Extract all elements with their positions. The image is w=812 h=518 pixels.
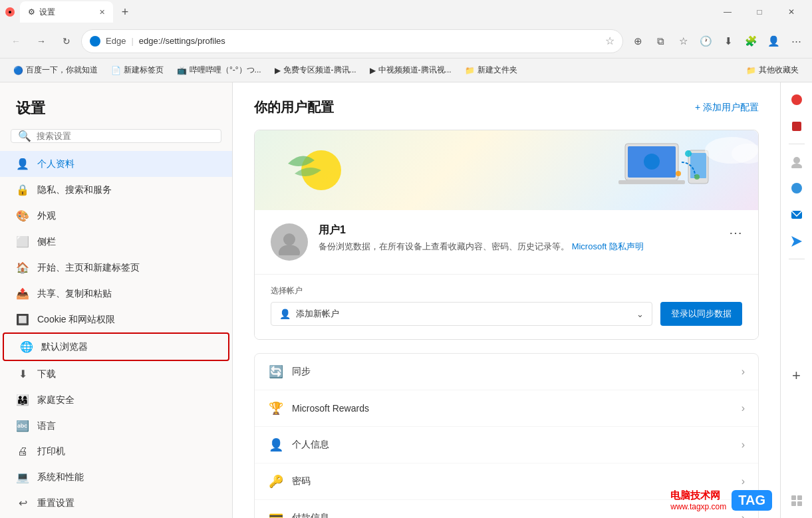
back-button[interactable]: ← [5,31,27,52]
account-section: 选择帐户 👤 添加新帐户 ⌄ 登录以同步数据 [255,274,758,339]
edge-logo-icon [90,36,100,47]
sidebar-item-family-safety[interactable]: 👨‍👩‍👧 家庭安全 [0,387,232,413]
svg-rect-22 [797,495,802,500]
svg-point-14 [791,94,802,105]
rs-outlook-button[interactable] [785,203,809,227]
rewards-row-arrow: › [742,402,745,414]
downloads-button[interactable]: ⬇ [718,31,739,52]
sync-row[interactable]: 🔄 同步 › [255,354,758,390]
privacy-policy-link[interactable]: Microsoft 隐私声明 [572,241,644,251]
forward-button[interactable]: → [31,31,52,52]
sidebar-item-system[interactable]: 💻 系统和性能 [0,464,232,490]
rs-edge-button[interactable] [785,176,809,200]
bookmark-new-folder[interactable]: 📁 新建文件夹 [460,63,523,77]
rewards-row[interactable]: 🏆 Microsoft Rewards › [255,390,758,427]
passwords-row-arrow: › [742,475,745,487]
personal-info-row-arrow: › [742,439,745,451]
sidebar-item-privacy[interactable]: 🔒 隐私、搜索和服务 [0,177,232,203]
maximize-button[interactable]: □ [744,0,775,24]
refresh-button[interactable]: ↻ [56,31,77,52]
navbar: ← → ↻ Edge | edge://settings/profiles ☆ … [0,24,812,59]
bookmark-tencent1[interactable]: ▶ 免费专区频道-腾讯... [269,63,362,77]
edge-label: Edge [106,36,126,46]
sidebar-item-language[interactable]: 🔤 语言 [0,413,232,439]
sidebar-item-printer[interactable]: 🖨 打印机 [0,439,232,464]
reset-nav-label: 重置设置 [37,497,74,509]
payment-row-arrow: › [742,512,745,518]
svg-point-12 [283,233,295,245]
privacy-nav-icon: 🔒 [16,184,29,196]
collections-button[interactable]: ⊕ [627,31,648,52]
bookmark-bilibili[interactable]: 📺 哔哩哔哩（°-°）つ... [172,63,267,77]
content-title: 你的用户配置 [254,98,334,116]
rs-settings-button[interactable] [785,489,809,513]
family-safety-nav-label: 家庭安全 [37,394,74,406]
search-input[interactable] [37,131,214,141]
add-profile-button[interactable]: + 添加用户配置 [695,102,759,114]
bookmark-tencent2[interactable]: ▶ 中视频频道-腾讯视... [364,63,457,77]
rs-profile-button[interactable] [785,150,809,174]
sidebar-item-sidebar[interactable]: ⬜ 侧栏 [0,229,232,255]
more-bookmarks-label: 其他收藏夹 [759,65,799,76]
history-button[interactable]: 🕐 [695,31,716,52]
svg-point-17 [791,164,802,168]
sidebar-item-cookies[interactable]: 🔲 Cookie 和网站权限 [0,307,232,332]
sync-button[interactable]: 登录以同步数据 [660,302,742,326]
sidebar-item-profile[interactable]: 👤 个人资料 [0,151,232,177]
rewards-row-label: Microsoft Rewards [292,403,734,414]
rs-add-button[interactable]: + [785,364,809,388]
split-view-button[interactable]: ⧉ [650,31,671,52]
folder-label: 新建文件夹 [477,65,517,76]
rs-send-button[interactable] [785,229,809,253]
window-close-button[interactable]: ✕ [776,0,807,24]
tab-close-button[interactable]: ✕ [99,8,105,17]
tencent1-label: 免费专区频道-腾讯... [283,65,356,76]
tencent2-label: 中视频频道-腾讯视... [378,65,452,76]
search-icon: 🔍 [18,130,31,142]
profile-card: 用户1 备份浏览数据，在所有设备上查看收藏内容、密码、历史记录等。 Micros… [254,130,759,340]
sidebar-nav-label: 侧栏 [37,236,56,248]
sidebar-item-appearance[interactable]: 🎨 外观 [0,203,232,229]
bookmarks-more-button[interactable]: 📁 其他收藏夹 [741,63,804,77]
sidebar-item-share[interactable]: 📤 共享、复制和粘贴 [0,281,232,307]
traffic-lights: ● [5,7,15,17]
sidebar-item-default-browser[interactable]: 🌐 默认浏览器 [3,332,229,361]
personal-info-row[interactable]: 👤 个人信息 › [255,427,758,463]
sidebar-item-reset[interactable]: ↩ 重置设置 [0,490,232,516]
profile-more-button[interactable]: ⋯ [729,225,742,241]
sync-row-icon: 🔄 [268,364,284,379]
bookmark-baidu[interactable]: 🔵 百度一下，你就知道 [8,63,103,77]
settings-sidebar: 设置 🔍 👤 个人资料 🔒 隐私、搜索和服务 🎨 外观 ⬜ 侧栏 🏠 开始、主页… [0,82,233,518]
sidebar-item-start[interactable]: 🏠 开始、主页和新建标签页 [0,255,232,281]
account-select[interactable]: 👤 添加新帐户 ⌄ [271,302,652,326]
tencent2-icon: ▶ [370,66,376,75]
profile-button[interactable]: 👤 [763,31,784,52]
svg-rect-23 [791,501,796,506]
passwords-row-label: 密码 [292,475,734,487]
share-nav-icon: 📤 [16,287,29,300]
sync-row-label: 同步 [292,366,734,378]
new-tab-button[interactable]: + [116,3,134,21]
address-bar[interactable]: Edge | edge://settings/profiles ☆ [81,29,623,53]
rs-tools-button[interactable] [785,114,809,138]
active-tab[interactable]: ⚙ 设置 ✕ [20,1,113,23]
minimize-button[interactable]: — [712,0,743,24]
rs-favorites-button[interactable] [785,88,809,112]
extensions-button[interactable]: 🧩 [740,31,761,52]
sidebar-title: 设置 [0,82,232,129]
payment-row-label: 付款信息 [292,512,734,518]
bookmark-newtab[interactable]: 📄 新建标签页 [106,63,169,77]
close-traffic-light[interactable]: ● [5,7,15,17]
newtab-label: 新建标签页 [124,65,164,76]
search-box[interactable]: 🔍 [11,129,221,143]
profile-description: 备份浏览数据，在所有设备上查看收藏内容、密码、历史记录等。 Microsoft … [319,240,718,253]
favorites-button[interactable]: ☆ [672,31,694,52]
main-content: 你的用户配置 + 添加用户配置 [233,82,780,518]
personal-info-row-label: 个人信息 [292,439,734,451]
settings-more-button[interactable]: ⋯ [785,31,807,52]
sidebar-item-downloads[interactable]: ⬇ 下载 [0,361,232,387]
system-nav-label: 系统和性能 [37,471,84,483]
profile-details: 用户1 备份浏览数据，在所有设备上查看收藏内容、密码、历史记录等。 Micros… [319,223,718,253]
watermark: 电脑技术网 www.tagxp.com TAG [670,489,772,511]
bookmark-star-icon[interactable]: ☆ [605,35,614,47]
